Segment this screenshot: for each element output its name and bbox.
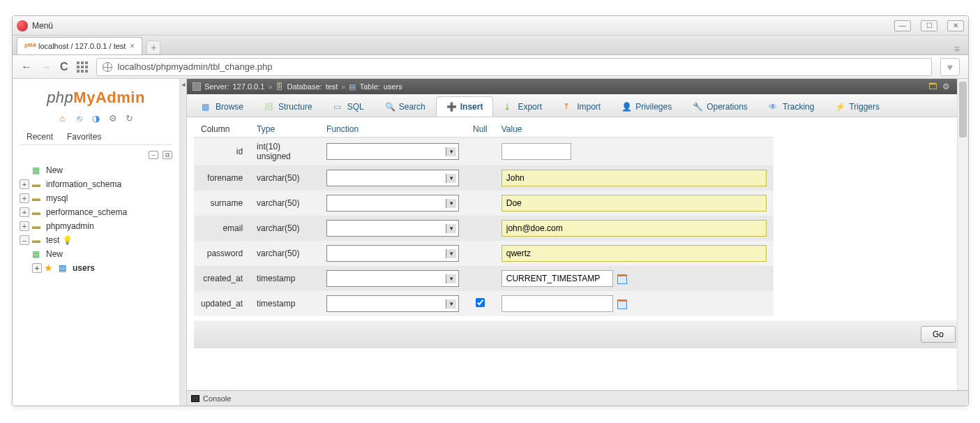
breadcrumb-db-link[interactable]: test [326, 82, 338, 91]
expand-icon[interactable]: + [20, 207, 29, 217]
pma-logo: phpMyAdmin [20, 89, 172, 107]
url-bar[interactable]: localhost/phpmyadmin/tbl_change.php [96, 58, 932, 76]
docs-icon[interactable]: ◑ [91, 112, 102, 124]
page-settings-icon[interactable]: 🗔 [928, 82, 937, 91]
value-input-surname[interactable] [502, 195, 767, 212]
table-icon: ▤ [349, 82, 356, 91]
settings-gear-icon[interactable]: ⚙ [107, 112, 119, 124]
collapse-icon[interactable]: – [20, 235, 29, 245]
url-text: localhost/phpmyadmin/tbl_change.php [118, 61, 273, 72]
browser-tab[interactable]: pMA localhost / 127.0.0.1 / test × [17, 37, 142, 54]
value-input-updated_at[interactable] [502, 295, 613, 312]
insert-table: Column Type Function Null Value idint(10… [194, 121, 774, 316]
pma-main: Server: 127.0.0.1 » 🗄 Database: test » ▤… [180, 79, 968, 406]
tree-db-phpmyadmin[interactable]: +▬phpmyadmin [20, 219, 172, 233]
privileges-icon: 👤 [621, 102, 631, 112]
tree-db-mysql[interactable]: +▬mysql [20, 191, 172, 205]
star-icon[interactable]: ★ [45, 263, 56, 273]
function-select[interactable] [326, 143, 459, 160]
tab-browse[interactable]: ▦Browse [191, 96, 254, 117]
sidebar-tab-favorites[interactable]: Favorites [60, 129, 108, 144]
tab-search[interactable]: 🔍Search [375, 96, 436, 117]
expand-icon[interactable]: + [32, 263, 42, 273]
structure-icon: ⛆ [264, 102, 274, 112]
window-close-button[interactable]: ✕ [947, 20, 964, 31]
opera-icon [17, 20, 28, 31]
function-select[interactable] [326, 170, 459, 186]
tab-tracking[interactable]: 👁Tracking [758, 96, 825, 117]
link-icon[interactable]: ⧉ [163, 151, 172, 159]
tree-new-table[interactable]: ▦New [32, 247, 172, 261]
database-icon: ▬ [32, 221, 43, 231]
home-icon[interactable]: ⌂ [57, 112, 68, 124]
value-input-created_at[interactable] [502, 270, 613, 287]
window-maximize-button[interactable]: ☐ [921, 20, 937, 31]
sidebar-tab-recent[interactable]: Recent [20, 129, 60, 144]
window-minimize-button[interactable]: — [894, 20, 911, 31]
reload-button[interactable]: C [60, 61, 68, 73]
forward-button[interactable]: → [40, 61, 52, 73]
bookmark-heart-button[interactable]: ♥ [940, 58, 960, 76]
value-input-id[interactable] [502, 143, 571, 160]
tree-db-test[interactable]: –▬test 💡 [20, 233, 172, 247]
insert-row-email: emailvarchar(50) [194, 216, 774, 241]
tab-triggers[interactable]: ⚡Triggers [824, 96, 890, 117]
expand-icon[interactable]: + [20, 193, 29, 203]
column-type: varchar(50) [250, 165, 319, 191]
tab-import[interactable]: ⤒Import [552, 96, 611, 117]
value-input-password[interactable] [502, 245, 767, 262]
tree-db-information-schema[interactable]: +▬information_schema [20, 177, 172, 191]
menu-button[interactable]: Menü [32, 21, 53, 31]
go-button[interactable]: Go [921, 326, 956, 343]
function-select[interactable] [326, 195, 459, 212]
back-button[interactable]: ← [21, 61, 32, 73]
tree-new-db[interactable]: ▦New [20, 163, 172, 177]
header-null: Null [466, 121, 495, 138]
tab-sql[interactable]: ▭SQL [323, 96, 375, 117]
function-select[interactable] [326, 220, 459, 237]
function-select[interactable] [326, 270, 459, 287]
function-select[interactable] [326, 295, 459, 312]
tab-structure[interactable]: ⛆Structure [254, 96, 323, 117]
value-input-forename[interactable] [502, 170, 767, 186]
sidebar-collapse-handle[interactable] [180, 79, 187, 406]
header-type[interactable]: Type [250, 121, 319, 138]
expand-icon[interactable]: + [20, 221, 29, 231]
search-icon: 🔍 [385, 102, 395, 112]
speed-dial-button[interactable] [77, 61, 88, 73]
function-select[interactable] [326, 245, 459, 262]
tab-operations[interactable]: 🔧Operations [682, 96, 758, 117]
column-type: varchar(50) [250, 216, 319, 241]
page-gear-icon[interactable]: ⚙ [942, 82, 950, 91]
calendar-icon[interactable] [617, 274, 627, 284]
console-label: Console [203, 394, 231, 403]
logout-icon[interactable]: ⎋ [74, 112, 85, 124]
tab-insert[interactable]: ➕Insert [436, 96, 494, 117]
tree-table-users[interactable]: +★▤users [32, 261, 172, 275]
breadcrumb-tbl-link[interactable]: users [384, 82, 402, 91]
value-input-email[interactable] [502, 220, 767, 237]
expand-icon[interactable]: + [20, 179, 29, 189]
tree-db-performance-schema[interactable]: +▬performance_schema [20, 205, 172, 219]
new-tab-button[interactable]: + [146, 40, 160, 54]
console-bar[interactable]: Console [187, 390, 968, 406]
collapse-all-icon[interactable]: – [149, 151, 158, 159]
reload-nav-icon[interactable]: ↻ [124, 112, 135, 124]
pma-tabs: ▦Browse ⛆Structure ▭SQL 🔍Search ➕Insert … [187, 94, 968, 117]
header-function[interactable]: Function [319, 121, 466, 138]
column-name: created_at [194, 266, 250, 291]
browser-tab-title: localhost / 127.0.0.1 / test [38, 42, 126, 50]
vertical-scrollbar[interactable]: ▲ [957, 79, 968, 390]
breadcrumb-server-link[interactable]: 127.0.0.1 [232, 82, 264, 91]
column-type: varchar(50) [250, 191, 319, 216]
tab-export[interactable]: ⤓Export [493, 96, 552, 117]
tab-close-icon[interactable]: × [130, 41, 135, 51]
null-checkbox[interactable] [476, 298, 485, 307]
calendar-icon[interactable] [617, 299, 627, 309]
scrollbar-thumb[interactable] [959, 82, 967, 138]
export-icon: ⤓ [504, 102, 513, 112]
column-name: surname [194, 191, 250, 216]
tab-privileges[interactable]: 👤Privileges [611, 96, 682, 117]
tab-menu-icon[interactable]: ≡ [954, 43, 960, 54]
operations-icon: 🔧 [693, 102, 702, 112]
